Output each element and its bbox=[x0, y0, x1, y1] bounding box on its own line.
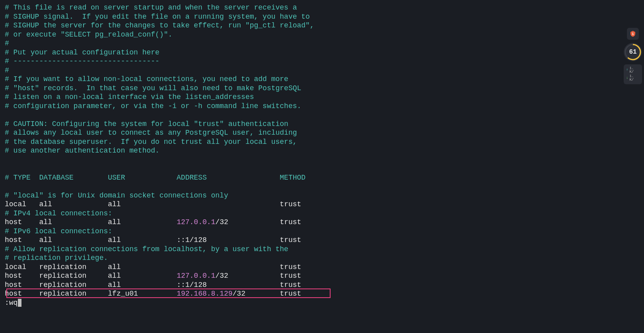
config-rule: host replication all 127.0.0.1/32 trust bbox=[5, 271, 641, 281]
comment-line: # "local" is for Unix domain socket conn… bbox=[5, 191, 641, 200]
comment-line: # replication privilege. bbox=[5, 254, 641, 263]
security-shield-badge[interactable]: 1 bbox=[627, 28, 639, 40]
cursor-icon bbox=[18, 299, 21, 307]
comment-line: # SIGHUP the server for the changes to t… bbox=[5, 21, 641, 30]
arrow-down-icon: ↓ bbox=[626, 76, 628, 80]
blank-line bbox=[5, 164, 641, 173]
comment-line: # bbox=[5, 39, 641, 48]
comment-line: # configuration parameter, or via the -i… bbox=[5, 102, 641, 111]
comment-line: # IPv4 local connections: bbox=[5, 209, 641, 218]
config-rule-highlighted: host replication lfz_u01 192.168.8.129/3… bbox=[5, 289, 641, 298]
comment-line: # "host" records. In that case you will … bbox=[5, 84, 641, 93]
comment-line: # This file is read on server startup an… bbox=[5, 3, 641, 12]
svg-text:1: 1 bbox=[632, 32, 634, 36]
comment-line: # IPv6 local connections: bbox=[5, 227, 641, 236]
config-rule: host all all ::1/128 trust bbox=[5, 236, 641, 245]
config-header: # TYPE DATABASE USER ADDRESS METHOD bbox=[5, 173, 641, 182]
comment-line: # allows any local user to connect as an… bbox=[5, 128, 641, 137]
network-upload-row: ↑ 1. K/ bbox=[626, 67, 640, 74]
comment-line: # use another authentication method. bbox=[5, 146, 641, 155]
comment-line: # or execute "SELECT pg_reload_conf()". bbox=[5, 30, 641, 39]
blank-line bbox=[5, 182, 641, 191]
config-rule: local replication all trust bbox=[5, 263, 641, 272]
comment-line: # SIGHUP signal. If you edit the file on… bbox=[5, 12, 641, 21]
vim-command-line[interactable]: :wq bbox=[5, 298, 641, 308]
comment-line: # If you want to allow non-local connect… bbox=[5, 75, 641, 84]
blank-line bbox=[5, 155, 641, 165]
blank-line bbox=[5, 110, 641, 120]
shield-icon: 1 bbox=[629, 30, 636, 38]
config-rule: host replication all ::1/128 trust bbox=[5, 281, 641, 290]
performance-score-value: 61 bbox=[629, 48, 636, 56]
system-monitor-panel: 1 61 ↑ 1. K/ ↓ 1. K/ bbox=[622, 28, 644, 84]
network-download-row: ↓ 1. K/ bbox=[626, 75, 640, 82]
comment-line: # bbox=[5, 66, 641, 75]
comment-line: # Put your actual configuration here bbox=[5, 48, 641, 57]
arrow-up-icon: ↑ bbox=[626, 68, 628, 72]
comment-line: # CAUTION: Configuring the system for lo… bbox=[5, 120, 641, 129]
network-stats-panel[interactable]: ↑ 1. K/ ↓ 1. K/ bbox=[624, 64, 642, 84]
config-rule: local all all trust bbox=[5, 200, 641, 209]
comment-line: # the database superuser. If you do not … bbox=[5, 137, 641, 147]
comment-line: # ---------------------------------- bbox=[5, 57, 641, 66]
comment-line: # listen on a non-local interface via th… bbox=[5, 93, 641, 102]
comment-line: # Allow replication connections from loc… bbox=[5, 245, 641, 254]
performance-score-badge[interactable]: 61 bbox=[624, 43, 642, 61]
terminal-editor[interactable]: # This file is read on server startup an… bbox=[3, 3, 641, 307]
config-rule: host all all 127.0.0.1/32 trust bbox=[5, 218, 641, 227]
